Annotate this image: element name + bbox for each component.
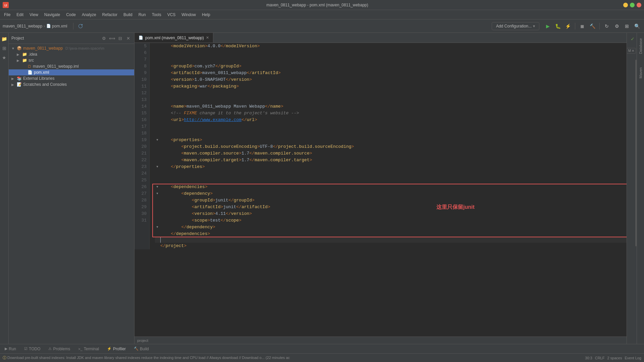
selection-region: ▼ <dependencies> ▼ <dependency> [155,184,627,237]
settings-btn[interactable]: ⚙ [612,22,621,31]
tab-pom-xml[interactable]: 📄 pom.xml (maven_0811_webapp) ✕ [135,33,213,43]
tree-item-root[interactable]: ▼ 📦 maven_0811_webapp D:\java-maven-spac… [9,45,134,51]
tree-arrow-idea: ▶ [17,53,21,56]
fold-icon-20[interactable]: ▼ [155,165,160,169]
code-line-11[interactable] [155,90,627,103]
sidebar-tab-database[interactable]: Database [637,36,644,57]
breadcrumb-project[interactable]: maven_0811_webapp [3,24,42,28]
breadcrumb-file[interactable]: 📄 pom.xml [46,24,67,28]
code-line-5[interactable]: <modelVersion>4.0.0</modelVersion> [155,43,627,50]
code-line-15[interactable] [155,123,627,137]
tab-bar: 📄 pom.xml (maven_0811_webapp) ✕ [135,33,627,43]
profile-button[interactable]: ⚡ [564,22,572,31]
tree-item-idea[interactable]: ▶ 📁 .idea [9,51,134,57]
add-configuration-button[interactable]: Add Configuration... ▾ [492,22,539,30]
maximize-btn[interactable] [630,3,635,7]
code-line-14[interactable]: <url>http://www.example.com</url> [155,117,627,123]
code-line-6[interactable] [155,50,627,63]
bottom-tab-build[interactable]: 🔨 Build [130,346,152,352]
bottom-tab-todo[interactable]: ☑ TODO [21,346,44,352]
tree-item-src[interactable]: ▶ 📁 src [9,57,134,63]
code-line-26[interactable]: <version>4.11</version> [155,210,627,217]
close-btn[interactable] [637,3,641,7]
code-line-7[interactable]: <groupId>com.yzh7</groupId> [155,63,627,70]
structure-icon[interactable]: ⊞ [1,45,8,52]
code-line-12[interactable]: <name>maven_0811_webapp Maven Webapp</na… [155,103,627,110]
minimize-btn[interactable] [623,3,628,7]
sidebar-tab-maven[interactable]: Maven [637,65,644,81]
maven-popup[interactable]: M ✕ [627,48,636,54]
tree-item-iml[interactable]: 🗋 maven_0811_webapp.iml [9,63,134,69]
stop-button[interactable]: ◼ [578,22,587,31]
code-line-24[interactable]: <groupId>junit</groupId> [155,197,627,204]
code-line-22[interactable]: ▼ <dependencies> [155,184,627,190]
menu-code[interactable]: Code [63,11,78,18]
menu-view[interactable]: View [27,11,41,18]
tree-item-pom[interactable]: 📄 pom.xml [9,69,134,75]
ln-26: 26 [137,184,147,190]
code-line-21[interactable] [155,170,627,184]
menu-analyze[interactable]: Analyze [79,11,99,18]
code-line-19[interactable]: <maven.compiler.target>1.7</maven.compil… [155,157,627,164]
code-line-29[interactable]: </dependencies> [155,231,627,237]
bottom-tab-problems[interactable]: ⚠ Problems [45,346,73,352]
update-project-btn[interactable]: ↻ [602,22,611,31]
editor-content[interactable]: 5 6 7 8 9 10 11 12 13 14 15 16 17 18 [135,43,627,337]
code-line-13[interactable]: <!-- FIXME change it to the project's we… [155,110,627,117]
code-line-25[interactable]: <artifactId>junit</artifactId> [155,204,627,210]
bottom-tab-run[interactable]: ▶ Run [1,346,19,352]
code-line-23[interactable]: ▼ <dependency> [155,190,627,197]
code-line-18[interactable]: <maven.compiler.source>1.7</maven.compil… [155,150,627,157]
code-line-20[interactable]: ▼ </properties> [155,164,627,170]
indent-size[interactable]: 2 spaces [607,356,622,360]
run-button[interactable]: ▶ [543,22,552,31]
menu-help[interactable]: Help [199,11,213,18]
code-line-27[interactable]: <scope>test</scope> [155,217,627,224]
menu-navigate[interactable]: Navigate [42,11,63,18]
sidebar-collapse-btn[interactable]: ⊟ [117,35,123,42]
code-line-10[interactable]: <packaging>war</packaging> [155,83,627,90]
bottom-tab-profiler[interactable]: ⚡ Profiler [104,346,129,352]
fold-icon-16[interactable]: ▼ [155,138,160,142]
favorites-icon[interactable]: ★ [1,54,8,61]
fold-icon-28[interactable]: ▼ [155,225,160,230]
menu-tools[interactable]: Tools [149,11,164,18]
code-line-17[interactable]: <project.build.sourceEncoding>UTF-8</pro… [155,143,627,150]
sidebar-close-btn[interactable]: ✕ [125,35,131,42]
menu-refactor[interactable]: Refactor [100,11,120,18]
project-icon[interactable]: 📁 [1,36,8,42]
menu-edit[interactable]: Edit [14,11,26,18]
code-line-8[interactable]: <artifactId>maven_0811_webapp</artifactI… [155,70,627,76]
sidebar-expand-btn[interactable]: ⟺ [109,35,115,42]
debug-button[interactable]: 🐛 [553,22,562,31]
search-everywhere-btn[interactable]: 🔍 [633,22,641,31]
code-line-28[interactable]: ▼ </dependency> [155,224,627,231]
event-log-label[interactable]: Event Log [625,356,641,360]
menu-build[interactable]: Build [121,11,135,18]
tab-close-btn[interactable]: ✕ [206,36,209,40]
line-ending[interactable]: CRLF [595,356,605,360]
tree-item-ext-libs[interactable]: ▶ 📚 External Libraries [9,75,134,81]
menu-vcs[interactable]: VCS [165,11,178,18]
window-controls[interactable] [623,3,641,7]
code-lines[interactable]: <modelVersion>4.0.0</modelVersion> <grou… [150,43,627,249]
code-line-31[interactable]: </project> [155,243,627,249]
menu-run[interactable]: Run [136,11,149,18]
menu-window[interactable]: Window [179,11,199,18]
cursor-position[interactable]: 30:3 [585,356,592,360]
code-line-9[interactable]: <version>1.0-SNAPSHOT</version> [155,76,627,83]
code-line-16[interactable]: ▼ <properties> [155,137,627,143]
code-line-30[interactable] [155,237,627,243]
tree-item-scratches[interactable]: ▶ 📝 Scratches and Consoles [9,81,134,87]
build-tab-label: Build [140,347,149,351]
bottom-tab-terminal[interactable]: >_ Terminal [75,346,102,352]
left-icons-bar: 📁 ⊞ ★ [0,33,9,344]
expand-btn[interactable]: ⊞ [623,22,631,31]
sidebar-settings-btn[interactable]: ⚙ [101,35,107,42]
menu-file[interactable]: File [1,11,13,18]
build-button[interactable]: 🔨 [588,22,597,31]
maven-close[interactable]: ✕ [632,49,634,53]
sync-btn[interactable] [76,22,85,31]
fold-icon-23[interactable]: ▼ [155,191,160,196]
fold-icon-22[interactable]: ▼ [155,185,160,189]
